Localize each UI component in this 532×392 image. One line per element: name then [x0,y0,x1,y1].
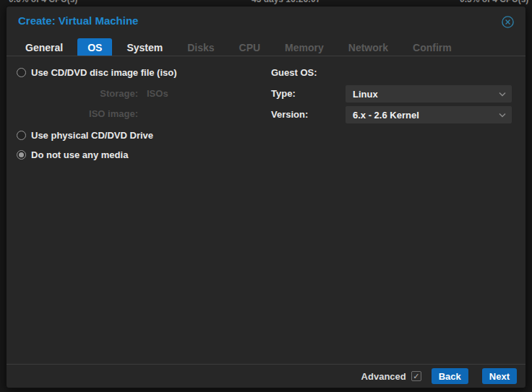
storage-label: Storage: [7,88,138,99]
radio-option-iso-image[interactable]: Use CD/DVD disc image file (iso) [17,67,177,78]
advanced-label: Advanced [361,371,406,382]
back-button[interactable]: Back [432,368,468,384]
iso-image-label: ISO image: [7,108,138,119]
radio-circle-selected-icon[interactable] [17,150,26,160]
tab-network: Network [338,38,398,57]
circle-x-icon [502,16,514,28]
dialog-footer: Advanced ✓ Back Next [7,365,525,388]
chevron-down-icon [499,92,506,97]
guest-os-heading: Guest OS: [271,67,317,78]
radio-circle-icon[interactable] [17,131,26,140]
bg-uptime-text: 45 days 16:26:07 [252,0,320,4]
advanced-checkbox[interactable]: ✓ [411,371,421,381]
create-vm-dialog: Create: Virtual Machine General OS Syste… [6,6,526,388]
bg-cpu-gauge-text: 0.6% of 4 CPU(s) [9,0,77,4]
next-button[interactable]: Next [482,368,517,384]
chevron-down-icon [499,113,506,118]
storage-value: ISOs [147,88,168,99]
version-dropdown[interactable]: 6.x - 2.6 Kernel [346,106,512,123]
radio-label: Do not use any media [31,149,128,160]
tab-confirm: Confirm [403,38,462,57]
tab-general[interactable]: General [15,38,73,57]
type-label: Type: [271,88,296,99]
check-icon: ✓ [413,372,419,381]
type-dropdown-value: Linux [353,89,499,100]
bg-cpu-gauge-text-2: 0.3% of 4 CPU(s) [460,0,528,4]
background-page-strip: 0.6% of 4 CPU(s) 45 days 16:26:07 0.3% o… [0,0,532,4]
radio-option-no-media[interactable]: Do not use any media [17,149,128,160]
version-dropdown-value: 6.x - 2.6 Kernel [353,110,499,121]
dialog-titlebar: Create: Virtual Machine [18,14,497,30]
tab-system[interactable]: System [116,38,173,57]
os-tab-panel: Use CD/DVD disc image file (iso) Storage… [7,56,525,365]
radio-label: Use physical CD/DVD Drive [31,130,153,141]
close-button[interactable] [502,16,514,28]
type-dropdown[interactable]: Linux [346,85,512,103]
version-label: Version: [271,109,308,120]
radio-option-physical-drive[interactable]: Use physical CD/DVD Drive [17,130,153,141]
tab-os[interactable]: OS [77,38,112,57]
radio-label: Use CD/DVD disc image file (iso) [31,67,177,78]
radio-circle-icon[interactable] [17,68,26,77]
dialog-title: Create: Virtual Machine [18,14,138,27]
tab-memory: Memory [275,38,334,57]
tab-cpu: CPU [229,38,271,57]
tab-disks: Disks [177,38,224,57]
wizard-tabbar: General OS System Disks CPU Memory Netwo… [15,38,466,57]
